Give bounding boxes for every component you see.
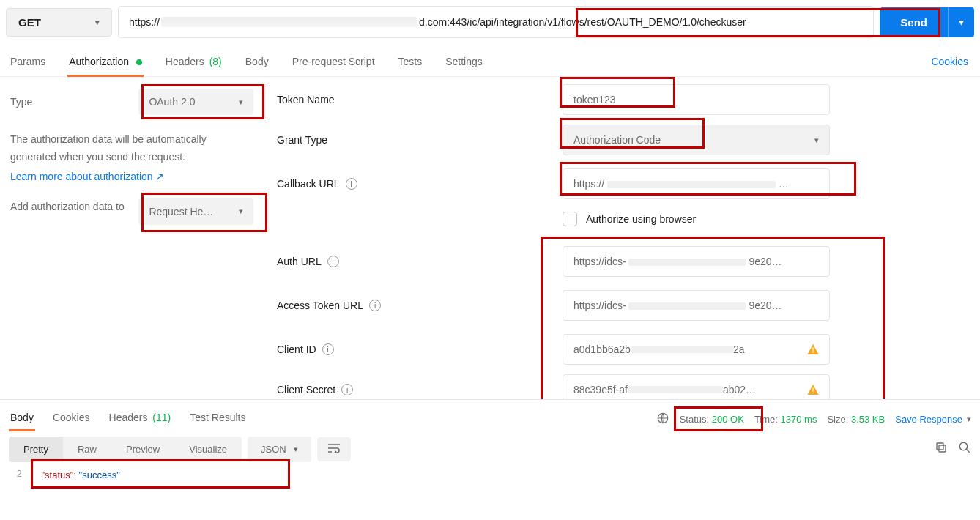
grant-type-label: Grant Type	[277, 134, 563, 146]
grant-type-select[interactable]: Authorization Code ▾	[563, 125, 830, 155]
view-raw[interactable]: Raw	[63, 437, 111, 462]
time-value: 1370 ms	[781, 414, 817, 425]
authorize-browser-label: Authorize using browser	[586, 213, 696, 225]
info-icon[interactable]: i	[369, 300, 381, 311]
client-secret-pre: 88c39e5f-af	[573, 384, 628, 395]
view-pretty[interactable]: Pretty	[9, 437, 63, 462]
callback-url-text: Callback URL	[277, 178, 340, 190]
response-body-line: "status": "success"	[31, 468, 971, 482]
tab-headers[interactable]: Headers (8)	[164, 50, 223, 76]
auth-url-input[interactable]: https://idcs- 9e20…	[563, 246, 830, 277]
tab-authorization-label: Authorization	[69, 56, 129, 67]
add-to-value: Request He…	[149, 206, 213, 218]
resp-tab-headers[interactable]: Headers (11)	[108, 407, 173, 431]
headers-count: (8)	[209, 56, 222, 67]
callback-value-suffix: …	[779, 178, 789, 190]
resp-tab-cookies[interactable]: Cookies	[51, 407, 92, 431]
client-secret-input[interactable]: 88c39e5f-af ab02…	[563, 374, 830, 399]
client-id-input[interactable]: a0d1bb6a2b 2a	[563, 334, 830, 365]
method-select[interactable]: GET ▾	[6, 8, 112, 37]
auth-active-dot	[136, 59, 142, 65]
callback-redacted	[607, 181, 776, 188]
client-secret-label: Client Secret i	[277, 384, 563, 395]
tab-settings[interactable]: Settings	[444, 50, 484, 76]
access-token-pre: https://idcs-	[573, 300, 626, 311]
grant-type-value: Authorization Code	[573, 134, 661, 146]
token-name-input[interactable]: token123	[563, 84, 830, 115]
chevron-down-icon: ▾	[239, 207, 243, 216]
chevron-down-icon: ▾	[967, 415, 971, 424]
wrap-lines-button[interactable]	[317, 437, 351, 461]
tab-body[interactable]: Body	[244, 50, 270, 76]
tab-prerequest[interactable]: Pre-request Script	[291, 50, 376, 76]
info-icon[interactable]: i	[322, 343, 334, 355]
globe-icon[interactable]	[656, 412, 669, 427]
callback-url-input[interactable]: https:// …	[563, 168, 830, 199]
svg-rect-2	[812, 387, 813, 391]
tab-params[interactable]: Params	[9, 50, 47, 76]
token-name-label: Token Name	[277, 94, 563, 105]
chevron-down-icon: ▾	[239, 97, 243, 107]
format-value: JSON	[261, 444, 286, 455]
auth-url-label: Auth URL i	[277, 256, 563, 267]
chevron-down-icon: ▾	[95, 18, 100, 27]
tab-headers-label: Headers	[166, 56, 204, 67]
cookies-link[interactable]: Cookies	[931, 50, 971, 76]
access-token-url-label: Access Token URL i	[277, 300, 563, 311]
authorize-browser-checkbox[interactable]	[563, 212, 577, 226]
time-label: Time:	[754, 414, 778, 425]
client-id-label: Client ID i	[277, 343, 563, 355]
format-select[interactable]: JSON ▾	[248, 437, 311, 462]
resp-tab-test-results[interactable]: Test Results	[188, 407, 247, 431]
json-value: "success"	[79, 469, 120, 480]
url-prefix: https://	[129, 16, 160, 28]
warning-icon	[807, 385, 819, 395]
status-label: Status:	[680, 414, 709, 425]
url-mid: d.com:443	[419, 16, 467, 28]
learn-more-label: Learn more about authorization	[10, 171, 153, 182]
resp-tab-body[interactable]: Body	[9, 407, 35, 431]
svg-rect-3	[812, 393, 813, 393]
svg-rect-6	[937, 443, 943, 450]
type-label: Type	[10, 96, 138, 108]
view-preview[interactable]: Preview	[111, 437, 174, 462]
auth-url-text: Auth URL	[277, 256, 322, 267]
tab-authorization[interactable]: Authorization	[67, 50, 144, 76]
chevron-down-icon: ▾	[814, 135, 819, 145]
url-input[interactable]: https:// d.com:443 /ic/api/integration/v…	[118, 6, 874, 38]
access-token-post: 9e20…	[749, 300, 782, 311]
svg-rect-5	[939, 445, 946, 452]
json-key: "status"	[41, 469, 73, 480]
client-id-text: Client ID	[277, 343, 316, 355]
save-response-button[interactable]: Save Response ▾	[895, 414, 971, 425]
access-token-text: Access Token URL	[277, 300, 363, 311]
save-response-label: Save Response	[895, 414, 962, 425]
client-secret-post: ab02…	[723, 384, 756, 395]
chevron-down-icon: ▾	[294, 445, 298, 454]
send-button[interactable]: Send ▾	[880, 7, 974, 37]
auth-url-post: 9e20…	[749, 256, 782, 267]
auth-type-select[interactable]: OAuth 2.0 ▾	[138, 89, 253, 115]
method-value: GET	[18, 16, 41, 29]
svg-rect-1	[812, 352, 813, 353]
url-redacted	[161, 17, 417, 27]
client-secret-text: Client Secret	[277, 384, 335, 395]
learn-more-link[interactable]: Learn more about authorization ↗	[10, 171, 253, 182]
add-auth-to-select[interactable]: Request He… ▾	[138, 198, 253, 225]
svg-rect-0	[812, 347, 813, 351]
warning-icon	[807, 344, 819, 354]
info-icon[interactable]: i	[341, 384, 353, 395]
auth-url-redacted	[628, 259, 746, 266]
info-icon[interactable]: i	[327, 256, 339, 267]
external-link-icon: ↗	[155, 171, 164, 182]
info-icon[interactable]: i	[346, 178, 357, 190]
access-token-url-input[interactable]: https://idcs- 9e20…	[563, 290, 830, 321]
send-caret[interactable]: ▾	[948, 7, 974, 37]
auth-help-text: The authorization data will be automatic…	[10, 131, 253, 166]
search-icon[interactable]	[958, 441, 971, 458]
size-label: Size:	[827, 414, 848, 425]
copy-icon[interactable]	[935, 441, 948, 458]
url-path: /ic/api/integration/v1/flows/rest/OAUTH_…	[467, 16, 746, 28]
view-visualize[interactable]: Visualize	[174, 437, 242, 462]
tab-tests[interactable]: Tests	[397, 50, 424, 76]
